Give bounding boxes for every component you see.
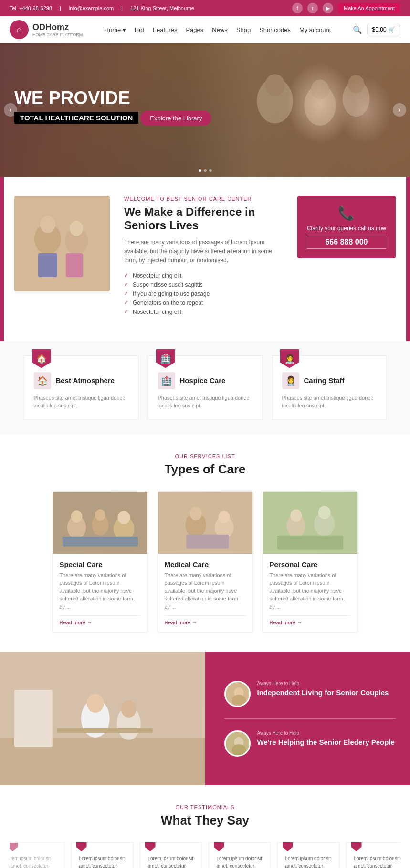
- divider: |: [60, 5, 61, 11]
- nav-shortcodes[interactable]: Shortcodes: [259, 26, 291, 33]
- ind-avatar-2: [224, 730, 251, 757]
- feature-badge-1: 🏠: [32, 349, 51, 368]
- ind-item-text-2: Aways Here to Help We're Helping the Sen…: [257, 730, 395, 747]
- service-link-2[interactable]: Read more →: [165, 615, 246, 625]
- testimonial-text-2: Lorem ipsum dolor sit amet, consectetur …: [148, 855, 194, 868]
- nav-news[interactable]: News: [212, 26, 228, 33]
- services-label: Our Services List: [10, 453, 400, 459]
- testimonial-badge-2: [145, 842, 156, 851]
- svg-point-10: [70, 221, 83, 236]
- nav-myaccount[interactable]: My account: [299, 26, 331, 33]
- top-bar-right: f t ▶ Make An Appointment: [292, 3, 400, 13]
- testimonial-text-0: rem ipsum dolor sit amet, consectetur ad…: [11, 855, 56, 868]
- top-bar-contact: Tel: +440-98-5298 | info@example.com | 1…: [10, 5, 194, 11]
- svg-rect-41: [57, 728, 153, 733]
- nav-shop[interactable]: Shop: [236, 26, 251, 33]
- hospice-icon: 🏥: [158, 372, 175, 389]
- about-desc: There are many variations of passages of…: [124, 238, 283, 266]
- ind-item-title-2: We're Helping the Senior Eledery People: [257, 738, 395, 747]
- svg-rect-11: [38, 253, 57, 277]
- testimonial-badge-4: [283, 842, 293, 851]
- service-special-care: Special Care There are many variations o…: [53, 491, 148, 633]
- testimonial-text-4: Lorem ipsum dolor sit amet, consectetur …: [285, 855, 331, 868]
- facebook-icon[interactable]: f: [292, 3, 303, 13]
- testimonial-badge-5: [351, 842, 362, 851]
- features-section: 🏠 🏠 Best Atmosphere Phaseus site amet tr…: [0, 341, 410, 434]
- service-link-1[interactable]: Read more →: [60, 615, 141, 625]
- svg-point-20: [117, 511, 130, 524]
- nav-features[interactable]: Features: [153, 26, 177, 33]
- ind-item-text-1: Aways Here to Help Independent Living fo…: [257, 681, 389, 697]
- checklist-item: Suspe ndisse suscit sagittis: [124, 281, 283, 288]
- testimonial-text-1: Lorem ipsum dolor sit amet, consectetur …: [79, 855, 125, 868]
- service-title-3: Personal Care: [270, 560, 351, 568]
- service-content-1: Special Care There are many variations o…: [53, 554, 147, 632]
- explore-button[interactable]: Explore the Library: [140, 111, 211, 126]
- nav-right: 🔍 $0.00 🛒: [353, 24, 400, 35]
- atmosphere-icon: 🏠: [34, 372, 51, 389]
- feature-card-atmosphere: 🏠 🏠 Best Atmosphere Phaseus site amet tr…: [24, 355, 138, 420]
- nav-pages[interactable]: Pages: [186, 26, 203, 33]
- svg-point-40: [121, 700, 137, 718]
- testimonials-grid: rem ipsum dolor sit amet, consectetur ad…: [10, 842, 400, 868]
- ind-item-2: Aways Here to Help We're Helping the Sen…: [224, 730, 396, 757]
- svg-point-5: [348, 75, 364, 93]
- feature-header-1: 🏠 Best Atmosphere: [34, 372, 128, 389]
- hero-content: WE PROVIDE TOTAL HEALTHCARE SOLUTION Exp…: [14, 88, 211, 132]
- cta-text: Clarify your queries call us now: [307, 225, 386, 232]
- feature-desc-3: Phaseus site amet tristique ligua donec …: [282, 394, 377, 410]
- right-accent-bar: [406, 177, 410, 341]
- dot-2[interactable]: [204, 169, 207, 172]
- service-desc-1: There are many variations of passages of…: [60, 571, 141, 611]
- dot-3[interactable]: [209, 169, 212, 172]
- services-section: Our Services List Types of Care: [0, 434, 410, 652]
- cta-number: 666 888 000: [307, 236, 386, 249]
- logo-text-group: ODHomz HOME CARE PLATFORM: [32, 22, 83, 37]
- about-checklist: Nosectetur cing elit Suspe ndisse suscit…: [124, 272, 283, 315]
- svg-point-26: [218, 511, 230, 523]
- testimonials-section: Our Testimonials What They Say rem ipsum…: [0, 785, 410, 868]
- independent-image: [0, 652, 205, 785]
- feature-badge-2: 🏥: [156, 349, 175, 368]
- nav-home[interactable]: Home ▾: [105, 26, 126, 33]
- dot-1[interactable]: [199, 169, 201, 172]
- about-image: [14, 196, 110, 291]
- about-section: Welcome to Best Senior Care Center We Ma…: [0, 177, 410, 341]
- ind-item-label-2: Aways Here to Help: [257, 730, 395, 736]
- logo-sub: HOME CARE PLATFORM: [32, 32, 83, 37]
- twitter-icon[interactable]: t: [307, 3, 318, 13]
- caring-icon: 👩‍⚕️: [282, 372, 299, 389]
- search-button[interactable]: 🔍: [353, 25, 362, 34]
- independent-image-graphic: [0, 652, 205, 785]
- ind-item-1: Aways Here to Help Independent Living fo…: [224, 681, 396, 707]
- service-content-3: Personal Care There are many variations …: [263, 554, 357, 632]
- svg-point-1: [265, 74, 285, 96]
- testimonial-text-3: Lorem ipsum dolor sit amet, consectetur …: [217, 855, 263, 868]
- nav-links: Home ▾ Hot Features Pages News Shop Shor…: [105, 26, 331, 33]
- testimonial-badge-3: [214, 842, 224, 851]
- about-title: We Make a Difference in Seniors Lives: [124, 205, 283, 232]
- about-cta: 📞 Clarify your queries call us now 666 8…: [297, 196, 396, 258]
- service-content-2: Medical Care There are many variations o…: [158, 554, 252, 632]
- service-medical-care: Medical Care There are many variations o…: [158, 491, 253, 633]
- service-title-2: Medical Care: [165, 560, 246, 568]
- service-img-2: [158, 492, 252, 554]
- main-nav: ⌂ ODHomz HOME CARE PLATFORM Home ▾ Hot F…: [0, 16, 410, 43]
- independent-section: Aways Here to Help Independent Living fo…: [0, 652, 410, 785]
- appointment-button[interactable]: Make An Appointment: [338, 3, 400, 13]
- cart-button[interactable]: $0.00 🛒: [367, 24, 400, 35]
- testimonial-card-2: Lorem ipsum dolor sit amet, consectetur …: [140, 842, 202, 868]
- phone-info: Tel: +440-98-5298: [10, 5, 52, 11]
- nav-hot[interactable]: Hot: [135, 26, 144, 33]
- feature-badge-3: 👩‍⚕️: [280, 349, 299, 368]
- hero-next-button[interactable]: ›: [393, 103, 406, 117]
- testimonials-label: Our Testimonials: [10, 804, 400, 810]
- youtube-icon[interactable]: ▶: [323, 3, 333, 13]
- service-link-3[interactable]: Read more →: [270, 615, 351, 625]
- svg-point-30: [290, 509, 302, 522]
- logo: ⌂ ODHomz HOME CARE PLATFORM: [10, 20, 83, 39]
- testimonial-card-0: rem ipsum dolor sit amet, consectetur ad…: [10, 842, 64, 868]
- testimonial-badge-1: [76, 842, 87, 851]
- feature-card-caring: 👩‍⚕️ 👩‍⚕️ Caring Staff Phaseus site amet…: [272, 355, 387, 420]
- testimonial-card-4: Lorem ipsum dolor sit amet, consectetur …: [277, 842, 339, 868]
